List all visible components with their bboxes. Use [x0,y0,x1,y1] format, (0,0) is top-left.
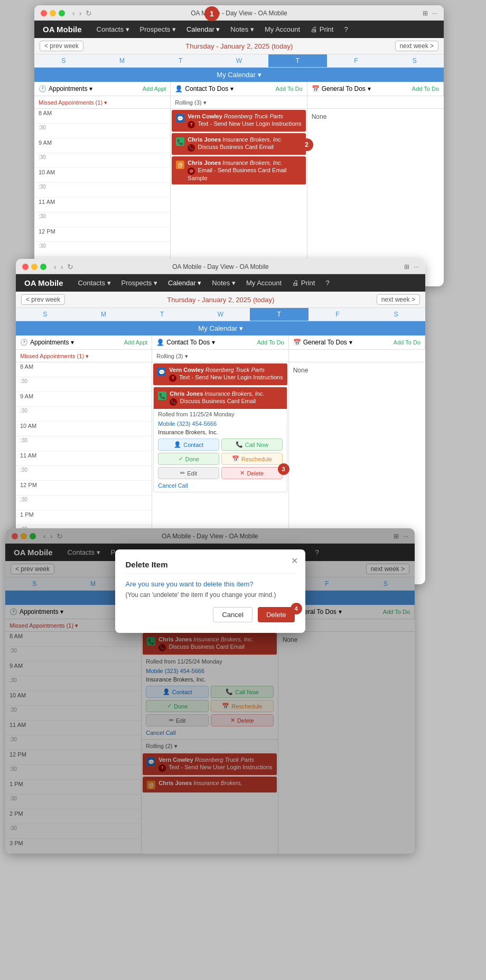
w2-add-appt-button[interactable]: Add Appt [124,339,148,346]
contact-todos-dropdown[interactable]: ▾ [230,85,233,92]
w2-contact-todos-col-header: 👤 Contact To Dos ▾ Add To Do [152,335,288,349]
w2-back-arrow[interactable]: ‹ [54,263,57,271]
w2-nav-prospects[interactable]: Prospects ▾ [121,279,157,287]
day-header-sun[interactable]: S [34,54,93,67]
w2-my-calendar-bar[interactable]: My Calendar ▾ [16,321,425,335]
action-grid: 👤 Contact 📞 Call Now ✓ Done 📅 Reschedule [154,436,286,481]
w2-day-header-sun[interactable]: S [16,308,74,321]
add-contact-todo-button[interactable]: Add To Do [275,86,302,92]
w2-clock-icon: 🕐 [20,339,28,346]
w2-nav-calendar[interactable]: Calendar ▾ [168,279,201,287]
phone-link[interactable]: Mobile (323) 454-5666 [154,419,286,428]
prev-week-button[interactable]: < prev week [40,41,83,51]
fullscreen-icon[interactable]: ⊞ [423,10,428,17]
maximize-dot[interactable] [59,10,65,16]
my-calendar-bar[interactable]: My Calendar ▾ [34,68,444,82]
w2-day-header-fri[interactable]: F [309,308,367,321]
w2-day-header-thu[interactable]: T [250,308,309,321]
app-logo: OA Mobile [43,25,82,34]
w2-menu-icon[interactable]: ··· [414,263,419,270]
w2-next-week-button[interactable]: next week > [377,294,420,305]
w2-prev-week-button[interactable]: < prev week [21,294,65,305]
nav-print[interactable]: 🖨 Print [311,25,333,33]
reschedule-button[interactable]: 📅 Reschedule [221,453,283,465]
w2-nav-help[interactable]: ? [325,279,329,287]
w2-forward-arrow[interactable]: › [61,263,63,271]
w2-week-navigation: < prev week Thursday - January 2, 2025 (… [16,292,425,308]
nav-help[interactable]: ? [344,25,348,33]
todo-item-3[interactable]: @ Chris Jones Insurance Brokers, Inc. @ … [172,156,305,185]
done-button[interactable]: ✓ Done [158,453,219,465]
w2-add-contact-todo-button[interactable]: Add To Do [257,339,284,346]
w2-day-header-sat[interactable]: S [367,308,425,321]
w2-day-header-wed[interactable]: W [191,308,250,321]
step-2-circle: 2 [301,138,313,151]
forward-arrow[interactable]: › [79,9,82,17]
w2-general-todos-dropdown[interactable]: ▾ [349,339,352,346]
cancel-call-link[interactable]: Cancel Call [154,481,286,492]
day-header-wed[interactable]: W [210,54,268,67]
time-930: :30 [34,153,170,168]
delete-item-dialog: Delete Item ✕ Are you sure you want to d… [115,549,305,633]
w2-app-logo: OA Mobile [24,278,63,287]
w2-day-header-mon[interactable]: M [74,308,133,321]
w2-time-9am: 9 AM [16,392,152,407]
w2-todo-contact-2: Chris Jones [170,390,203,397]
day-header-thu[interactable]: T [268,54,327,67]
w2-nav-notes[interactable]: Notes ▾ [212,279,236,287]
w2-todo-item-1[interactable]: 💬 Vern Cowley Rosenberg Truck Parts T Te… [153,363,287,386]
todo-item-1[interactable]: 💬 Vern Cowley Rosenberg Truck Parts T Te… [172,110,305,132]
w2-missed-appointments-link[interactable]: Missed Appointments (1) ▾ [20,353,89,359]
todo-contact-1: Vern Cowley [188,113,222,119]
w2-column-headers: 🕐 Appointments ▾ Add Appt 👤 Contact To D… [16,335,425,350]
dialog-cancel-button[interactable]: Cancel [213,607,252,622]
contact-action-button[interactable]: 👤 Contact [158,438,219,451]
day-header-tue[interactable]: T [151,54,210,67]
w2-minimize-dot[interactable] [31,264,38,270]
w2-appointments-dropdown[interactable]: ▾ [71,339,74,346]
w2-maximize-dot[interactable] [40,264,46,270]
menu-icon[interactable]: ··· [432,10,437,17]
todo-item-2[interactable]: 📞 Chris Jones Insurance Brokers, Inc. 📞 … [172,133,305,155]
rolling-header-label[interactable]: Rolling (3) ▾ [175,99,206,106]
general-todos-col-header: 📅 General To Dos ▾ Add To Do [307,82,444,96]
next-week-button[interactable]: next week > [395,41,438,51]
nav-contacts[interactable]: Contacts ▾ [97,25,129,33]
delete-button[interactable]: ✕ Delete 3 [221,467,283,479]
w2-refresh-icon[interactable]: ↻ [67,263,73,271]
general-todos-dropdown[interactable]: ▾ [368,85,371,92]
add-appt-button[interactable]: Add Appt [143,86,166,92]
w2-nav-contacts[interactable]: Contacts ▾ [78,279,111,287]
nav-prospects[interactable]: Prospects ▾ [140,25,176,33]
close-dot[interactable] [41,10,47,16]
appointments-col-header: 🕐 Appointments ▾ Add Appt [34,82,171,96]
add-general-todo-button[interactable]: Add To Do [412,86,439,92]
back-arrow[interactable]: ‹ [72,9,75,17]
w2-todo-expanded-header[interactable]: 📞 Chris Jones Insurance Brokers, Inc. 📞 … [154,387,286,409]
w2-fullscreen-icon[interactable]: ⊞ [404,263,409,270]
w2-close-dot[interactable] [22,264,29,270]
nav-myaccount[interactable]: My Account [265,25,300,33]
day-header-fri[interactable]: F [327,54,386,67]
w2-add-general-todo-button[interactable]: Add To Do [394,339,420,346]
done-icon: ✓ [179,455,183,462]
todo-desc-icon-3: @ [188,167,195,175]
day-header-sat[interactable]: S [385,54,444,67]
missed-appointments-link[interactable]: Missed Appointments (1) ▾ [39,99,107,106]
w2-rolling-header[interactable]: Rolling (3) ▾ [156,353,188,359]
general-todos-none: None [312,113,327,120]
w2-contact-todos-dropdown[interactable]: ▾ [212,339,215,346]
minimize-dot[interactable] [50,10,56,16]
refresh-icon[interactable]: ↻ [86,9,92,17]
dialog-delete-button[interactable]: Delete 4 [258,607,295,622]
call-now-button[interactable]: 📞 Call Now [221,438,283,451]
day-header-mon[interactable]: M [93,54,152,67]
w2-nav-print[interactable]: 🖨 Print [292,279,315,287]
appointments-dropdown-icon[interactable]: ▾ [89,85,92,92]
edit-button[interactable]: ✏ Edit [158,467,219,479]
dialog-close-button[interactable]: ✕ [291,556,298,566]
nav-calendar[interactable]: Calendar ▾ [186,25,220,33]
w2-day-header-tue[interactable]: T [133,308,191,321]
nav-notes[interactable]: Notes ▾ [230,25,254,33]
w2-nav-myaccount[interactable]: My Account [246,279,282,287]
